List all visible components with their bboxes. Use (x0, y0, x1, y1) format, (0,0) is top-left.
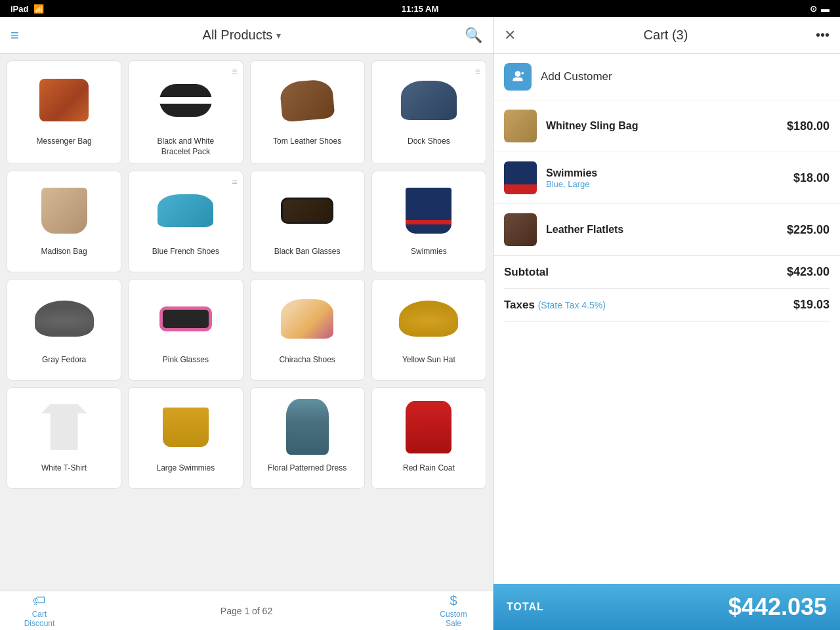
blue-french-shoes-image (158, 194, 213, 227)
carrier-label: iPad (10, 4, 28, 14)
dropdown-icon[interactable]: ▾ (276, 30, 281, 41)
product-image-white-tshirt (12, 396, 116, 458)
product-image-chiracha-shoes (256, 287, 359, 350)
product-image-floral-dress (256, 396, 359, 458)
product-image-pink-glasses (134, 287, 237, 350)
custom-sale-icon: $ (450, 593, 457, 608)
product-card-white-tshirt[interactable]: White T-Shirt (7, 387, 121, 489)
cart-item-info-whitney: Whitney Sling Bag (546, 120, 778, 132)
large-swimmies-image (163, 408, 209, 447)
product-name-tom-shoes: Tom Leather Shoes (273, 136, 341, 147)
product-card-yellow-sun-hat[interactable]: Yellow Sun Hat (371, 279, 486, 381)
product-card-black-ban-glasses[interactable]: Black Ban Glasses (250, 171, 365, 272)
swimmies-image (406, 188, 452, 234)
wifi-icon: 📶 (33, 4, 44, 14)
product-card-swimmies[interactable]: Swimmies (371, 171, 486, 272)
product-image-swimmies (377, 179, 480, 242)
product-image-yellow-sun-hat (377, 287, 480, 350)
product-card-blue-french-shoes[interactable]: ≡ Blue French Shoes (128, 171, 243, 272)
product-card-pink-glasses[interactable]: Pink Glasses (128, 279, 243, 381)
product-card-menu-icon[interactable]: ≡ (232, 66, 237, 77)
products-grid: Messenger Bag ≡ Black and WhiteBracelet … (0, 54, 493, 591)
product-card-tom-shoes[interactable]: Tom Leather Shoes (250, 60, 365, 164)
product-card-madison-bag[interactable]: Madison Bag (7, 171, 121, 272)
search-icon[interactable]: 🔍 (465, 27, 482, 44)
product-name-white-tshirt: White T-Shirt (41, 463, 87, 474)
subtotal-value: $423.00 (787, 265, 830, 279)
add-customer-label: Add Customer (541, 70, 612, 83)
app-container: ≡ All Products ▾ 🔍 Messenger Bag ≡ (0, 17, 840, 630)
cart-discount-label: CartDiscount (24, 610, 55, 628)
product-card-bracelet-pack[interactable]: ≡ Black and WhiteBracelet Pack (128, 60, 243, 164)
custom-sale-label: CustomSale (440, 610, 467, 628)
product-name-floral-dress: Floral Patterned Dress (268, 463, 346, 474)
product-card-red-raincoat[interactable]: Red Rain Coat (371, 387, 486, 489)
tom-shoes-image (280, 78, 335, 122)
cart-item-info-swimmies: Swimmies Blue, Large (546, 167, 784, 189)
cart-item-variant-swimmies: Blue, Large (546, 179, 784, 189)
swimmies-thumbnail (504, 161, 537, 194)
product-card-floral-dress[interactable]: Floral Patterned Dress (250, 387, 365, 489)
taxes-label: Taxes (State Tax 4.5%) (504, 299, 606, 312)
cart-summary: Subtotal $423.00 Taxes (State Tax 4.5%) … (494, 256, 840, 322)
product-card-large-swimmies[interactable]: Large Swimmies (128, 387, 243, 489)
product-image-messenger-bag (12, 69, 116, 131)
product-name-blue-french-shoes: Blue French Shoes (152, 247, 219, 257)
cart-discount-icon: 🏷 (33, 593, 46, 608)
product-name-yellow-sun-hat: Yellow Sun Hat (402, 355, 455, 366)
pink-glasses-image (159, 305, 212, 333)
cart-item-image-flatlets (504, 213, 537, 246)
status-bar-time: 11:15 AM (402, 4, 439, 14)
cart-item-name-swimmies: Swimmies (546, 167, 784, 179)
product-name-messenger-bag: Messenger Bag (37, 136, 92, 147)
product-image-blue-french-shoes (134, 179, 237, 242)
cart-content: Add Customer Whitney Sling Bag $180.00 S… (494, 54, 840, 584)
product-name-pink-glasses: Pink Glasses (163, 355, 209, 366)
product-image-dock-shoes (377, 69, 480, 131)
more-options-button[interactable]: ••• (816, 28, 830, 43)
cart-item-leather-flatlets[interactable]: Leather Flatlets $225.00 (494, 204, 840, 256)
taxes-row: Taxes (State Tax 4.5%) $19.03 (504, 289, 830, 322)
cart-item-image-whitney (504, 110, 537, 142)
product-card-chiracha-shoes[interactable]: Chiracha Shoes (250, 279, 365, 381)
product-card-menu-icon-blue[interactable]: ≡ (232, 177, 237, 187)
bracelet-pack-image (159, 84, 212, 117)
close-cart-button[interactable]: ✕ (504, 27, 516, 44)
product-image-bracelet-pack (134, 69, 237, 131)
left-header: ≡ All Products ▾ 🔍 (0, 17, 493, 54)
cart-item-image-swimmies (504, 161, 537, 194)
yellow-sun-hat-image (399, 301, 458, 337)
cart-discount-button[interactable]: 🏷 CartDiscount (13, 593, 66, 628)
product-card-messenger-bag[interactable]: Messenger Bag (7, 60, 121, 164)
product-name-swimmies: Swimmies (411, 247, 447, 257)
chiracha-shoes-image (281, 299, 333, 339)
add-customer-button[interactable]: Add Customer (494, 54, 840, 100)
battery-icon: ▬ (821, 4, 830, 14)
product-image-madison-bag (12, 179, 116, 242)
all-products-label: All Products (203, 28, 273, 43)
subtotal-row: Subtotal $423.00 (504, 256, 830, 289)
product-image-tom-shoes (256, 69, 359, 131)
cart-item-whitney-sling-bag[interactable]: Whitney Sling Bag $180.00 (494, 100, 840, 152)
product-card-dock-shoes[interactable]: ≡ Dock Shoes (371, 60, 486, 164)
flatlets-thumbnail (504, 213, 537, 246)
product-name-red-raincoat: Red Rain Coat (403, 463, 455, 474)
product-card-menu-icon-dock[interactable]: ≡ (475, 66, 480, 77)
cart-item-price-swimmies: $18.00 (793, 171, 830, 185)
product-image-large-swimmies (134, 396, 237, 458)
left-panel: ≡ All Products ▾ 🔍 Messenger Bag ≡ (0, 17, 494, 630)
total-label: TOTAL (507, 601, 544, 613)
cart-total[interactable]: TOTAL $442.035 (494, 584, 840, 630)
cart-title: Cart (3) (644, 28, 688, 43)
right-panel: ✕ Cart (3) ••• Add Customer (494, 17, 840, 630)
cart-item-swimmies[interactable]: Swimmies Blue, Large $18.00 (494, 152, 840, 204)
product-image-black-ban-glasses (256, 179, 359, 242)
cart-item-price-whitney: $180.00 (787, 119, 830, 133)
madison-bag-image (41, 188, 87, 234)
cart-item-info-flatlets: Leather Flatlets (546, 224, 778, 236)
product-card-gray-fedora[interactable]: Gray Fedora (7, 279, 121, 381)
hamburger-icon[interactable]: ≡ (10, 27, 19, 44)
product-name-black-ban-glasses: Black Ban Glasses (274, 247, 341, 257)
custom-sale-button[interactable]: $ CustomSale (427, 593, 480, 628)
dock-shoes-image (401, 81, 457, 120)
